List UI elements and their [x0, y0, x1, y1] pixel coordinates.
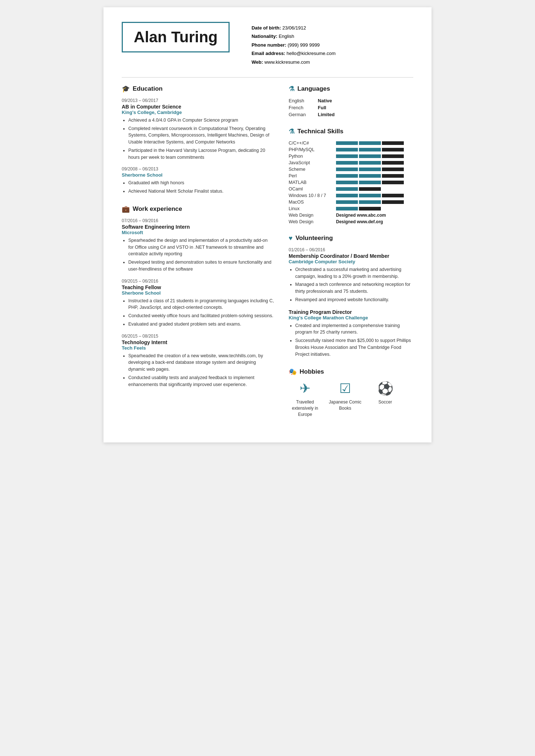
- nationality-label: Nationality:: [251, 34, 277, 39]
- edu1-bullets: Achieved a 4.0/4.0 GPA in Computer Scien…: [122, 117, 274, 161]
- skill-name: Web Design: [289, 219, 336, 224]
- languages-icon: ⚗: [289, 85, 294, 93]
- lang-level: Limited: [318, 112, 335, 117]
- skill-bars: [336, 148, 404, 151]
- phone-value: (999) 999 9999: [288, 42, 320, 48]
- skill-bars: [336, 161, 404, 165]
- hobbies-title: 🎭 Hobbies: [289, 368, 413, 376]
- work-title: 💼 Work experience: [122, 205, 274, 213]
- education-item-2: 09/2008 – 06/2013 Sherborne School Gradu…: [122, 166, 274, 195]
- hobby-soccer: ⚽ Soccer: [369, 381, 402, 405]
- skill-name: JavaScript: [289, 160, 336, 165]
- skill-bar-segment: [336, 207, 358, 210]
- list-item: Achieved National Merit Scholar Finalist…: [128, 188, 274, 195]
- skill-bars: [336, 181, 404, 184]
- work-item-2: 09/2015 – 06/2016 Teaching Fellow Sherbo…: [122, 279, 274, 328]
- vol1-bullets: Orchestrated a successful marketing and …: [289, 266, 413, 303]
- list-item: Conducted usability tests and analyzed f…: [128, 374, 274, 388]
- education-title: 🎓 Education: [122, 85, 274, 93]
- languages-table: English Native French Full German Limite…: [289, 98, 413, 117]
- skill-row: Web Design Designed www.def.org: [289, 219, 413, 224]
- vol2-org: King's College Marathon Challenge: [289, 315, 413, 320]
- lang-level: Full: [318, 105, 326, 110]
- hobbies-icon: 🎭: [289, 368, 297, 376]
- work2-bullets: Instructed a class of 21 students in pro…: [122, 298, 274, 328]
- skill-bar-segment: [382, 174, 404, 178]
- skill-bars: [336, 174, 404, 178]
- skill-bar-segment: [382, 181, 404, 184]
- work-item-3: 06/2015 – 08/2015 Technology Internt Tec…: [122, 334, 274, 388]
- volunteering-icon: ♥: [289, 235, 293, 242]
- skill-row: JavaScript: [289, 160, 413, 165]
- list-item: Evaluated and graded student problem set…: [128, 321, 274, 328]
- nationality-line: Nationality: English: [251, 32, 336, 40]
- hobby-travel: ✈ Travelled extensively in Europe: [289, 381, 321, 417]
- comics-icon: ☑: [339, 381, 351, 396]
- skill-bars: [336, 141, 404, 145]
- skill-row: Windows 10 / 8 / 7: [289, 193, 413, 198]
- list-item: Revamped and improved website functional…: [295, 296, 413, 303]
- email-value: hello@kickresume.com: [286, 51, 336, 56]
- skill-name: Windows 10 / 8 / 7: [289, 193, 336, 198]
- skill-bar-segment: [336, 181, 358, 184]
- list-item: Developed testing and demonstration suit…: [128, 259, 274, 273]
- list-item: Achieved a 4.0/4.0 GPA in Computer Scien…: [128, 117, 274, 124]
- skill-bar-segment: [359, 181, 381, 184]
- skill-text-value: Designed www.def.org: [336, 219, 383, 224]
- lang-row-french: French Full: [289, 105, 413, 110]
- lang-name: English: [289, 98, 318, 103]
- skill-bars: [336, 187, 381, 191]
- skill-row: Python: [289, 154, 413, 159]
- vol2-bullets: Created and implemented a comprehensive …: [289, 322, 413, 358]
- education-section: 🎓 Education 09/2013 – 06/2017 AB in Comp…: [122, 85, 274, 195]
- skill-bar-segment: [336, 174, 358, 178]
- skill-bars: [336, 200, 404, 204]
- list-item: Completed relevant coursework in Computa…: [128, 125, 274, 146]
- skill-bar-segment: [359, 194, 381, 197]
- skills-icon: ⚗: [289, 127, 294, 135]
- work1-bullets: Spearheaded the design and implementatio…: [122, 237, 274, 273]
- education-icon: 🎓: [122, 85, 130, 93]
- skill-name: Web Design: [289, 213, 336, 218]
- edu2-date: 09/2008 – 06/2013: [122, 166, 274, 172]
- work2-date: 09/2015 – 06/2016: [122, 279, 274, 284]
- volunteering-item-2: Training Program Director King's College…: [289, 309, 413, 358]
- work-icon: 💼: [122, 205, 130, 213]
- work3-date: 06/2015 – 08/2015: [122, 334, 274, 339]
- dob-value: 23/06/1912: [282, 25, 306, 31]
- skill-name: MacOS: [289, 200, 336, 205]
- skill-bar-segment: [359, 141, 381, 145]
- list-item: Graduated with high honors: [128, 180, 274, 186]
- web-label: Web:: [251, 59, 263, 65]
- skill-row: PHP/MySQL: [289, 147, 413, 152]
- resume-container: Alan Turing Date of birth: 23/06/1912 Na…: [104, 7, 431, 442]
- skill-row: MacOS: [289, 200, 413, 205]
- skill-bar-segment: [336, 154, 358, 158]
- work3-org: Tech Feels: [122, 345, 274, 351]
- hobby-label: Soccer: [378, 399, 392, 405]
- skill-name: Linux: [289, 206, 336, 211]
- list-item: Managed a tech conference and networking…: [295, 281, 413, 295]
- hobbies-section: 🎭 Hobbies ✈ Travelled extensively in Eur…: [289, 368, 413, 417]
- lang-row-english: English Native: [289, 98, 413, 103]
- main-columns: 🎓 Education 09/2013 – 06/2017 AB in Comp…: [122, 85, 413, 428]
- skill-bar-segment: [382, 154, 404, 158]
- skill-row: Scheme: [289, 167, 413, 172]
- skill-bar-segment: [336, 200, 358, 204]
- list-item: Conducted weekly office hours and facili…: [128, 312, 274, 319]
- skill-row: Linux: [289, 206, 413, 211]
- volunteering-section: ♥ Volunteering 01/2016 – 06/2016 Members…: [289, 235, 413, 358]
- skill-bar-segment: [336, 194, 358, 197]
- languages-title: ⚗ Languages: [289, 85, 413, 93]
- skill-bar-segment: [382, 168, 404, 171]
- languages-section: ⚗ Languages English Native French Full G…: [289, 85, 413, 117]
- work1-title: Software Engineering Intern: [122, 224, 274, 230]
- list-item: Orchestrated a successful marketing and …: [295, 266, 413, 280]
- skill-bar-segment: [359, 154, 381, 158]
- skill-bar-segment: [336, 148, 358, 151]
- work2-org: Sherbone School: [122, 290, 274, 296]
- list-item: Spearheaded the creation of a new websit…: [128, 353, 274, 373]
- hobby-label: Japanese Comic Books: [329, 399, 362, 412]
- lang-name: German: [289, 112, 318, 117]
- lang-level: Native: [318, 98, 332, 103]
